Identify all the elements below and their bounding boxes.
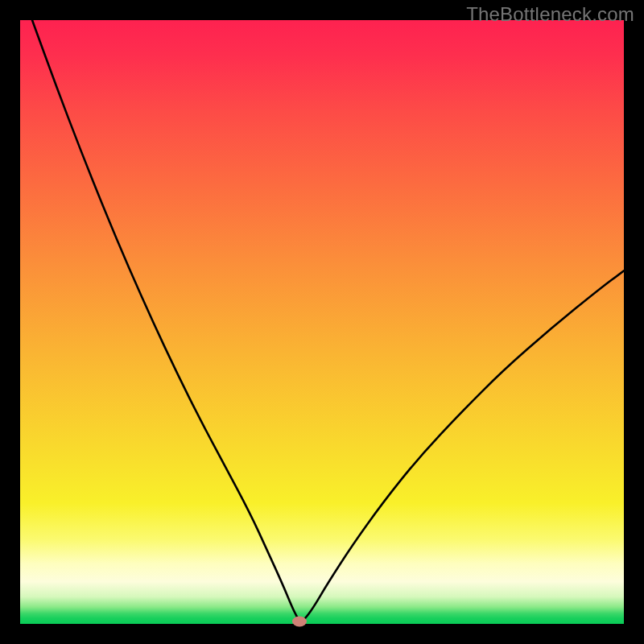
optimal-point-marker: [292, 617, 307, 627]
chart-frame: TheBottleneck.com: [0, 0, 644, 644]
watermark-text: TheBottleneck.com: [466, 3, 634, 26]
plot-area: [20, 20, 624, 624]
bottleneck-curve: [20, 20, 624, 624]
